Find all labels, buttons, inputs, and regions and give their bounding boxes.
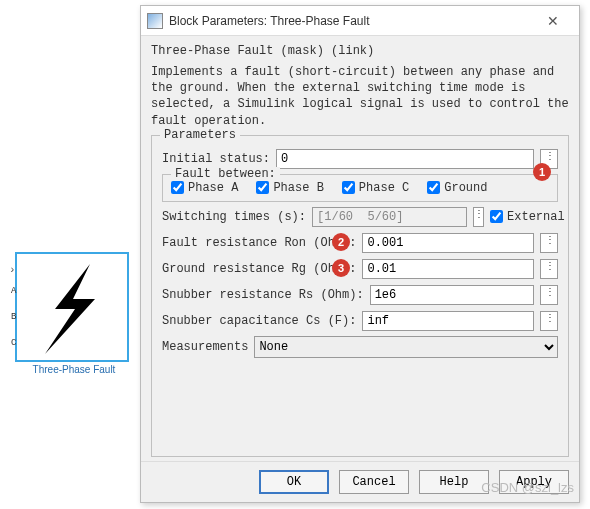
block-port-c: C <box>11 338 16 348</box>
switching-times-more-button[interactable]: ⋮ <box>473 207 484 227</box>
ground-checkbox[interactable]: Ground <box>427 181 487 195</box>
close-button[interactable]: ✕ <box>533 13 573 29</box>
parameters-panel: Parameters Initial status: ⋮ Fault betwe… <box>151 135 569 457</box>
ground-resistance-row: Ground resistance Rg (Ohm): 3 ⋮ <box>162 258 558 280</box>
annotation-badge-2: 2 <box>332 233 350 251</box>
fault-resistance-more-button[interactable]: ⋮ <box>540 233 558 253</box>
block-caption: Three-Phase Fault <box>15 364 133 375</box>
dialog-content: Three-Phase Fault (mask) (link) Implemen… <box>141 36 579 461</box>
annotation-badge-3: 3 <box>332 259 350 277</box>
fault-between-panel: Fault between: Phase A Phase B Phase C G… <box>162 174 558 202</box>
external-checkbox[interactable]: External <box>490 210 565 224</box>
cancel-button[interactable]: Cancel <box>339 470 409 494</box>
snubber-capacitance-label: Snubber capacitance Cs (F): <box>162 314 356 328</box>
phase-a-label: Phase A <box>188 181 238 195</box>
ground-resistance-more-button[interactable]: ⋮ <box>540 259 558 279</box>
snubber-capacitance-row: Snubber capacitance Cs (F): ⋮ <box>162 310 558 332</box>
switching-times-input <box>312 207 467 227</box>
ground-resistance-label: Ground resistance Rg (Ohm): <box>162 262 356 276</box>
snubber-capacitance-input[interactable] <box>362 311 534 331</box>
fault-resistance-row: Fault resistance Ron (Ohm): 2 ⋮ <box>162 232 558 254</box>
snubber-resistance-row: Snubber resistance Rs (Ohm): ⋮ <box>162 284 558 306</box>
app-icon <box>147 13 163 29</box>
switching-times-label: Switching times (s): <box>162 210 306 224</box>
block-port-input: › <box>9 264 16 276</box>
measurements-label: Measurements <box>162 340 248 354</box>
dialog-title: Block Parameters: Three-Phase Fault <box>169 14 533 28</box>
ok-button[interactable]: OK <box>259 470 329 494</box>
snubber-capacitance-more-button[interactable]: ⋮ <box>540 311 558 331</box>
block-port-b: B <box>11 312 16 322</box>
fault-resistance-input[interactable] <box>362 233 534 253</box>
ground-label: Ground <box>444 181 487 195</box>
dialog-buttons: OK Cancel Help Apply <box>141 461 579 502</box>
simulink-block[interactable]: › A B C Three-Phase Fault <box>15 252 133 375</box>
external-label: External <box>507 210 565 224</box>
annotation-badge-1: 1 <box>533 163 551 181</box>
initial-status-label: Initial status: <box>162 152 270 166</box>
ground-resistance-input[interactable] <box>362 259 534 279</box>
svg-marker-0 <box>45 264 95 354</box>
phase-b-label: Phase B <box>273 181 323 195</box>
parameters-legend: Parameters <box>160 128 240 142</box>
apply-button[interactable]: Apply <box>499 470 569 494</box>
block-parameters-dialog: Block Parameters: Three-Phase Fault ✕ Th… <box>140 5 580 503</box>
snubber-resistance-input[interactable] <box>370 285 534 305</box>
phase-a-checkbox[interactable]: Phase A <box>171 181 238 195</box>
measurements-select[interactable]: None <box>254 336 558 358</box>
phase-c-checkbox[interactable]: Phase C <box>342 181 409 195</box>
phase-b-checkbox[interactable]: Phase B <box>256 181 323 195</box>
lightning-bolt-icon <box>35 259 115 359</box>
mask-description: Implements a fault (short-circuit) betwe… <box>151 64 569 129</box>
measurements-row: Measurements None <box>162 336 558 358</box>
mask-title: Three-Phase Fault (mask) (link) <box>151 44 569 58</box>
block-frame: › A B C <box>15 252 129 362</box>
block-port-a: A <box>11 286 16 296</box>
snubber-resistance-label: Snubber resistance Rs (Ohm): <box>162 288 364 302</box>
fault-resistance-label: Fault resistance Ron (Ohm): <box>162 236 356 250</box>
initial-status-input[interactable] <box>276 149 534 169</box>
help-button[interactable]: Help <box>419 470 489 494</box>
fault-between-legend: Fault between: <box>171 167 280 181</box>
phase-c-label: Phase C <box>359 181 409 195</box>
snubber-resistance-more-button[interactable]: ⋮ <box>540 285 558 305</box>
dialog-titlebar[interactable]: Block Parameters: Three-Phase Fault ✕ <box>141 6 579 36</box>
switching-times-row: Switching times (s): ⋮ External <box>162 206 558 228</box>
